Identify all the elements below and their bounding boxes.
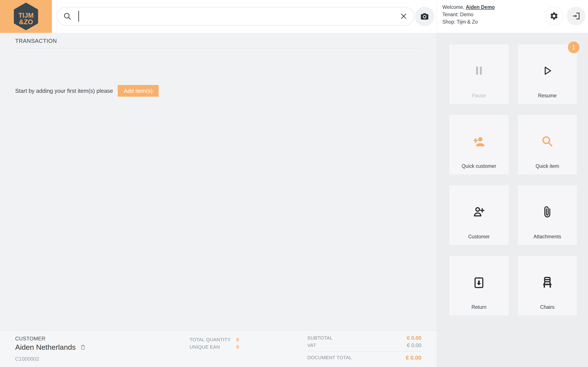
search-bar[interactable]: [57, 7, 414, 25]
transaction-area: TRANSACTION Start by adding your first i…: [0, 33, 437, 330]
logout-button[interactable]: [567, 7, 585, 25]
brand-logo: TIJM &ZO: [0, 0, 52, 33]
document-total-value: € 0.00: [406, 354, 421, 361]
document-total-label: DOCUMENT TOTAL: [307, 355, 352, 360]
resume-card[interactable]: 1 Resume: [518, 45, 577, 104]
quick-item-card[interactable]: Quick item: [518, 115, 577, 174]
card-label: Quick item: [518, 163, 576, 169]
search-icon: [63, 12, 72, 21]
unique-ean-value: 0: [236, 344, 239, 350]
return-card[interactable]: Return: [450, 256, 508, 315]
clear-search-button[interactable]: [399, 12, 408, 21]
unique-ean-label: UNIQUE EAN: [190, 344, 236, 350]
topbar: TIJM &ZO: [0, 0, 588, 33]
person-add-filled-icon: [450, 134, 508, 149]
customer-code: C1000002: [15, 356, 39, 362]
customer-card[interactable]: Customer: [450, 185, 508, 245]
transaction-title: TRANSACTION: [15, 38, 57, 44]
subtotal-label: SUBTOTAL: [307, 335, 333, 341]
resume-badge: 1: [568, 42, 579, 53]
totals-summary: SUBTOTAL € 0.00 VAT € 0.00 DOCUMENT TOTA…: [307, 334, 421, 361]
add-items-button[interactable]: Add item(s): [118, 85, 159, 97]
brand-hexagon-icon: TIJM &ZO: [14, 3, 38, 30]
user-info: Welcome, Aiden Demo Tenant: Demo Shop: T…: [442, 3, 495, 25]
card-label: Quick customer: [450, 163, 508, 169]
pause-icon: [450, 64, 508, 77]
brand-line2: &ZO: [19, 18, 33, 26]
pos-app: TIJM &ZO: [0, 0, 588, 367]
card-label: Attachments: [518, 234, 576, 240]
clipboard-return-icon: [450, 275, 508, 289]
customer-heading: CUSTOMER: [15, 336, 45, 342]
total-quantity-label: TOTAL QUANTITY: [190, 337, 236, 342]
camera-icon: [420, 11, 430, 21]
vat-value: € 0.00: [407, 342, 421, 348]
transaction-divider: [15, 48, 422, 49]
card-label: Resume: [518, 93, 576, 99]
card-label: Return: [450, 304, 508, 310]
tenant-line: Tenant: Demo: [442, 11, 495, 18]
settings-button[interactable]: [545, 7, 563, 25]
card-label: Customer: [450, 234, 508, 240]
totals-footer: CUSTOMER Aiden Netherlands C1000002 TOTA…: [0, 330, 437, 367]
quick-actions-panel: Pause 1 Resume Quick customer: [437, 33, 588, 367]
remove-customer-button[interactable]: [80, 344, 86, 350]
attachments-card[interactable]: Attachments: [518, 185, 577, 245]
quick-customer-card[interactable]: Quick customer: [450, 115, 508, 174]
shop-line: Shop: Tijm & Zo: [442, 18, 495, 25]
card-label: Chairs: [518, 304, 576, 310]
search-input[interactable]: [79, 10, 399, 23]
welcome-line: Welcome, Aiden Demo: [442, 3, 495, 11]
subtotal-value: € 0.00: [407, 335, 421, 341]
person-add-icon: [450, 205, 508, 219]
search-orange-icon: [518, 134, 576, 148]
total-quantity-value: 0: [236, 337, 239, 342]
play-icon: [518, 64, 576, 77]
empty-transaction-hint: Start by adding your first item(s) pleas…: [15, 88, 113, 94]
pause-card: Pause: [450, 45, 508, 104]
panel-divider: [437, 0, 437, 367]
close-icon: [399, 12, 408, 21]
trash-icon: [80, 344, 86, 350]
totals-divider: [307, 351, 421, 351]
vat-label: VAT: [307, 342, 316, 348]
camera-scan-button[interactable]: [415, 7, 434, 26]
card-label: Pause: [450, 93, 508, 99]
gear-icon: [549, 11, 559, 21]
quantity-summary: TOTAL QUANTITY 0 UNIQUE EAN 0: [190, 336, 239, 351]
chair-icon: [518, 275, 576, 289]
customer-name: Aiden Netherlands: [15, 343, 76, 351]
logout-icon: [571, 11, 581, 21]
paperclip-icon: [518, 205, 576, 219]
user-name-link[interactable]: Aiden Demo: [466, 4, 495, 10]
chairs-card[interactable]: Chairs: [518, 256, 577, 315]
welcome-prefix: Welcome,: [442, 4, 466, 10]
